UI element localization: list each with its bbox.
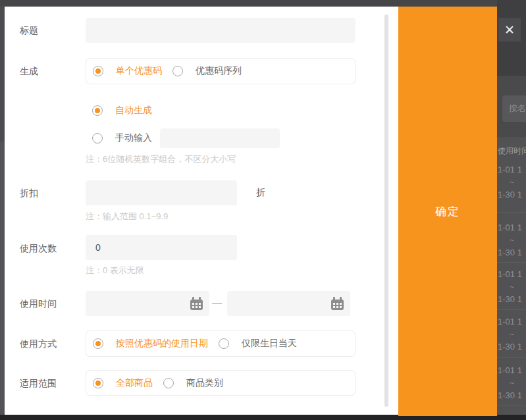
date-range-end: 1-30 1 [497,390,526,401]
usage-count-input[interactable] [86,235,237,260]
background-column-header: 使用时间 [498,145,526,157]
generate-label: 生成 [20,65,38,78]
calendar-icon [190,300,203,310]
date-range-separator: ~ [497,282,526,292]
radio-auto-generate-label[interactable]: 自动生成 [115,105,152,117]
date-range-separator: ~ [497,378,526,388]
title-label: 标题 [20,24,38,37]
close-icon: ✕ [504,24,515,36]
date-range-dash: — [212,297,222,308]
scope-label: 适用范围 [20,377,57,390]
generate-option-group: 单个优惠码 优惠码序列 [86,58,355,84]
manual-input-row: 手动输入 [92,128,280,148]
date-range-separator: ~ [497,235,526,246]
radio-auto-generate[interactable] [92,105,103,116]
discount-unit: 折 [256,187,265,199]
table-row: 1-01 1 ~ 1-30 1 [497,269,526,307]
radio-all-products[interactable] [93,378,103,388]
background-page: 按名 使用时间 1-01 1 ~ 1-30 1 1-01 1 ~ 1-30 1 … [497,0,526,420]
radio-birthday-only-label[interactable]: 仅限生日当天 [242,338,297,350]
end-date-field[interactable] [227,291,350,316]
overlay-left-upper [0,7,5,142]
radio-coupon-series[interactable] [172,66,183,76]
radio-single-coupon-label[interactable]: 单个优惠码 [116,65,162,77]
scope-option-group: 全部商品 商品类别 [86,370,355,396]
background-filter-label: 按名 [509,103,526,115]
radio-coupon-series-label[interactable]: 优惠码序列 [196,65,242,77]
start-date-field[interactable] [86,291,209,316]
table-row: 1-01 1 ~ 1-30 1 [497,223,526,260]
table-row: 1-01 1 ~ 1-30 1 [497,165,526,202]
date-range-start: 1-01 1 [497,269,526,280]
modal-scrollbar[interactable] [384,14,388,407]
date-range-start: 1-01 1 [497,365,526,376]
radio-by-coupon-date[interactable] [93,338,103,349]
date-range-end: 1-30 1 [497,342,526,352]
discount-note: 注：输入范围 0.1~9.9 [86,211,168,223]
date-range-separator: ~ [497,177,526,188]
discount-label: 折扣 [20,186,38,199]
radio-birthday-only[interactable] [219,338,229,349]
usage-time-label: 使用时间 [20,297,57,310]
date-range-start: 1-01 1 [497,165,526,175]
radio-manual-input-label[interactable]: 手动输入 [115,132,152,144]
radio-manual-input[interactable] [92,133,103,144]
background-filter-button[interactable]: 按名 [502,95,526,122]
radio-all-products-label[interactable]: 全部商品 [116,377,153,389]
table-row: 1-01 1 ~ 1-30 1 [497,317,526,354]
screen: 按名 使用时间 1-01 1 ~ 1-30 1 1-01 1 ~ 1-30 1 … [0,0,526,420]
date-range-end: 1-30 1 [497,190,526,200]
table-row: 1-01 1 ~ 1-30 1 [497,365,526,403]
radio-by-coupon-date-label[interactable]: 按照优惠码的使用日期 [116,338,208,350]
date-range-end: 1-30 1 [497,294,526,305]
overlay-top [0,0,497,7]
close-button[interactable]: ✕ [498,18,521,41]
auto-generate-row: 自动生成 [92,105,163,116]
date-range-separator: ~ [497,329,526,340]
usage-count-note: 注：0 表示无限 [86,265,144,276]
divider [497,138,526,138]
date-range-end: 1-30 1 [497,248,526,258]
title-input[interactable] [86,18,355,43]
usage-mode-label: 使用方式 [20,337,57,350]
date-range-start: 1-01 1 [497,317,526,327]
generate-note: 注：6位随机英数字组合，不区分大小写 [86,153,236,165]
manual-code-input[interactable] [160,128,280,148]
date-range-start: 1-01 1 [497,223,526,233]
divider [497,357,526,358]
radio-single-coupon[interactable] [93,66,103,76]
confirm-button[interactable]: 确定 [398,7,497,416]
divider [497,262,526,263]
divider [497,309,526,310]
usage-mode-option-group: 按照优惠码的使用日期 仅限生日当天 [86,330,355,357]
confirm-button-label: 确定 [435,204,460,219]
radio-product-category-label[interactable]: 商品类别 [186,377,223,389]
discount-input[interactable] [86,180,237,205]
divider [497,212,526,213]
divider [497,405,526,406]
calendar-icon [331,300,344,310]
usage-count-label: 使用次数 [20,242,57,255]
radio-product-category[interactable] [163,378,174,388]
